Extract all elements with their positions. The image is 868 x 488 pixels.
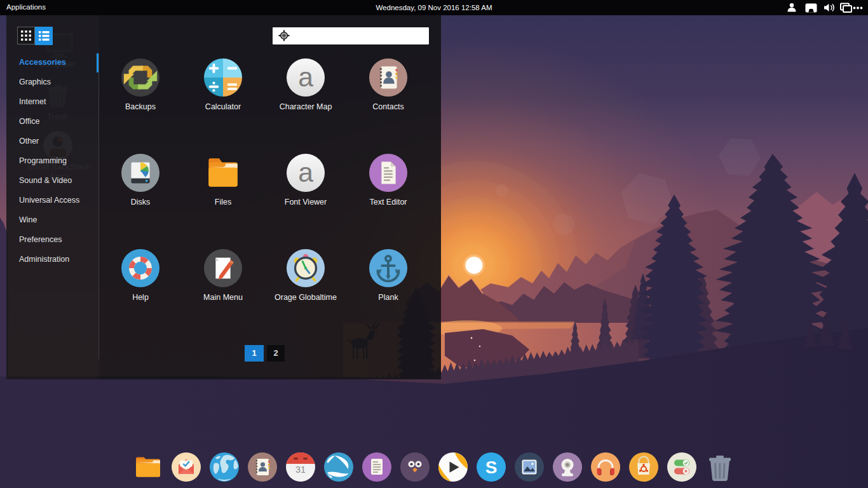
- svg-text:a: a: [298, 62, 313, 92]
- svg-text:S: S: [485, 458, 498, 477]
- svg-text:31: 31: [295, 464, 306, 475]
- svg-text:a: a: [298, 157, 313, 187]
